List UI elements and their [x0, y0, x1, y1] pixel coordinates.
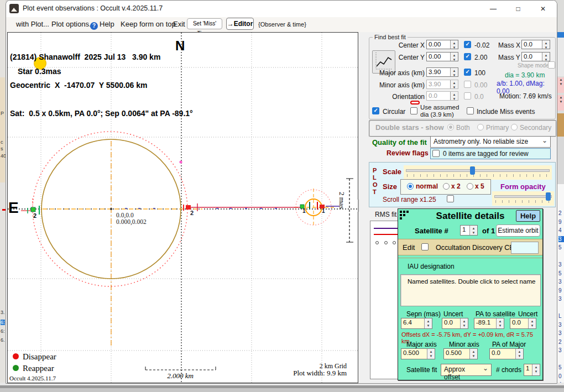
- edit-checkbox[interactable]: [421, 243, 429, 250]
- scroll-range-checkbox[interactable]: [447, 195, 454, 202]
- named-satellites-box[interactable]: Named satellites. Double click to select…: [400, 274, 541, 306]
- left-sliver-text-fragment: c: [1, 139, 3, 145]
- estimate-orbit-button[interactable]: Estimate orbit: [496, 224, 540, 237]
- mass-x-field[interactable]: 0.0: [521, 40, 550, 49]
- sepn-uncert-field[interactable]: 0.0: [442, 318, 468, 329]
- size-normal-radio[interactable]: [407, 183, 414, 190]
- minor-axis-checkbox[interactable]: [464, 81, 471, 88]
- sepn-field[interactable]: 6.4: [401, 318, 432, 329]
- menu-with-plot[interactable]: with Plot...: [16, 20, 49, 28]
- maximize-button[interactable]: □: [510, 3, 526, 15]
- right-sliver-list-digit: 5: [558, 270, 564, 276]
- opacity-slider[interactable]: [492, 191, 554, 206]
- chords-field[interactable]: 1: [524, 364, 540, 376]
- sepn-spinner[interactable]: [424, 318, 432, 328]
- minimize-button[interactable]: —: [485, 3, 502, 15]
- circular-checkbox[interactable]: [372, 107, 379, 114]
- minor-axis-value: 3.90: [429, 81, 441, 87]
- legend-disappear: Disappear: [13, 352, 56, 362]
- splitter-handle[interactable]: [358, 200, 359, 212]
- chords-spinner[interactable]: [532, 364, 540, 375]
- satellite-number-field[interactable]: 1: [460, 225, 478, 236]
- reappear-label: Reappear: [23, 364, 54, 373]
- menu-help[interactable]: ?Help: [90, 20, 114, 30]
- plot-letter-t: T: [373, 189, 377, 195]
- close-button[interactable]: ✕: [535, 3, 551, 15]
- pa-label: PA to satellite: [476, 310, 515, 318]
- size-normal-label: normal: [416, 182, 438, 190]
- sat-minor-field[interactable]: 0.500: [443, 348, 478, 359]
- include-miss-checkbox[interactable]: [467, 107, 474, 114]
- sat-major-field[interactable]: 0.500: [401, 348, 435, 359]
- center-y-checkbox[interactable]: [464, 53, 471, 60]
- sepn-uncert-spinner[interactable]: [460, 318, 468, 328]
- major-axis-checkbox[interactable]: [464, 69, 471, 76]
- center-y-field[interactable]: 0.00: [426, 52, 458, 61]
- menu-help-label: Help: [100, 20, 114, 28]
- editor-button[interactable]: →Editor: [226, 18, 254, 30]
- form-opacity-label: Form opacity: [500, 182, 546, 191]
- occultation-plot-canvas[interactable]: (21814) Shanawolff 2025 Jul 13 3.90 km G…: [7, 32, 358, 383]
- sat-pamajor-field[interactable]: 0.0: [489, 348, 524, 359]
- size-x2-radio[interactable]: [443, 183, 450, 190]
- occult-app-icon: [9, 4, 19, 13]
- double-both-radio[interactable]: [447, 124, 454, 130]
- center-x-checkbox[interactable]: [464, 41, 471, 48]
- opacity-slider-thumb[interactable]: [546, 192, 551, 201]
- background-window-right-sliver: 2943535393L3323504: [556, 0, 564, 392]
- review-flags-checkbox[interactable]: [432, 150, 440, 157]
- mass-y-spinner[interactable]: [542, 53, 550, 61]
- center-y-uncert: 2.00: [474, 54, 487, 61]
- sepn-value: 6.4: [403, 319, 412, 326]
- use-assumed-line2: dia (3.9 km): [420, 111, 454, 118]
- major-axis-spinner[interactable]: [450, 68, 458, 76]
- menu-plot-options[interactable]: Plot options...: [51, 20, 95, 28]
- sat-major-spinner[interactable]: [427, 349, 435, 359]
- mass-x-spinner[interactable]: [542, 40, 550, 49]
- pa-uncert-field[interactable]: 0.0: [510, 318, 536, 329]
- sat-minor-spinner[interactable]: [469, 349, 477, 359]
- center-x-spinner[interactable]: [450, 40, 458, 49]
- double-secondary-radio[interactable]: [511, 124, 518, 130]
- orientation-checkbox[interactable]: [464, 92, 471, 100]
- satellite-fit-value: Approx offset: [444, 365, 465, 381]
- menu-exit[interactable]: Exit: [173, 20, 185, 28]
- center-x-field[interactable]: 0.00: [426, 40, 458, 49]
- use-assumed-dia-checkbox[interactable]: [410, 107, 417, 114]
- plot-width-note: Plot width: 9.9 km: [261, 369, 347, 378]
- scale-slider[interactable]: [404, 165, 552, 180]
- size-x5-radio[interactable]: [467, 183, 473, 190]
- mass-y-field[interactable]: 0.0: [521, 52, 550, 61]
- shape-model-checkbox[interactable]: [548, 61, 555, 69]
- major-axis-field[interactable]: 3.90: [426, 67, 458, 77]
- version-label: Occult 4.2025.11.7: [9, 375, 56, 381]
- sat-pamajor-spinner[interactable]: [515, 349, 523, 359]
- plot-letter-o: O: [373, 181, 378, 188]
- satellite-number-spinner[interactable]: [469, 226, 477, 235]
- satellite-details-panel: Satellite details Help Satellite # 1 of …: [398, 208, 543, 380]
- center-x-uncert: -0.02: [474, 41, 489, 49]
- menu-keep-on-top[interactable]: Keep form on top: [121, 20, 176, 28]
- scale-slider-thumb[interactable]: [470, 166, 475, 175]
- pink-data-point: [179, 160, 182, 163]
- satellite-fit-dropdown[interactable]: Approx offset: [441, 364, 492, 376]
- legend-reappear: Reappear: [13, 364, 54, 373]
- opacity-slider-track: [494, 195, 552, 198]
- cbet-label: Occultation Discovery CBET: [436, 244, 523, 252]
- satellite-help-button[interactable]: Help: [516, 210, 540, 222]
- set-miss-times-button[interactable]: Set 'Miss' Times: [187, 18, 222, 29]
- mass-y-label: Mass Y: [498, 54, 520, 61]
- event-header: (21814) Shanawolff 2025 Jul 13 3.90 km G…: [10, 34, 193, 137]
- pa-spinner[interactable]: [496, 318, 504, 328]
- quality-dropdown[interactable]: Astrometry only. No reliable size: [430, 136, 551, 148]
- pa-uncert-spinner[interactable]: [528, 318, 536, 328]
- center-y-spinner[interactable]: [450, 53, 458, 61]
- right-sliver-blue-block: [556, 32, 564, 38]
- orientation-label: Orientation: [371, 93, 425, 101]
- cbet-field[interactable]: [511, 242, 539, 254]
- double-primary-label: Primary: [486, 124, 509, 132]
- pa-field[interactable]: -89.1: [474, 318, 504, 329]
- pa-uncert-value: 0.0: [512, 319, 521, 326]
- right-sliver-gray-block2: [556, 137, 564, 184]
- double-primary-radio[interactable]: [477, 124, 484, 130]
